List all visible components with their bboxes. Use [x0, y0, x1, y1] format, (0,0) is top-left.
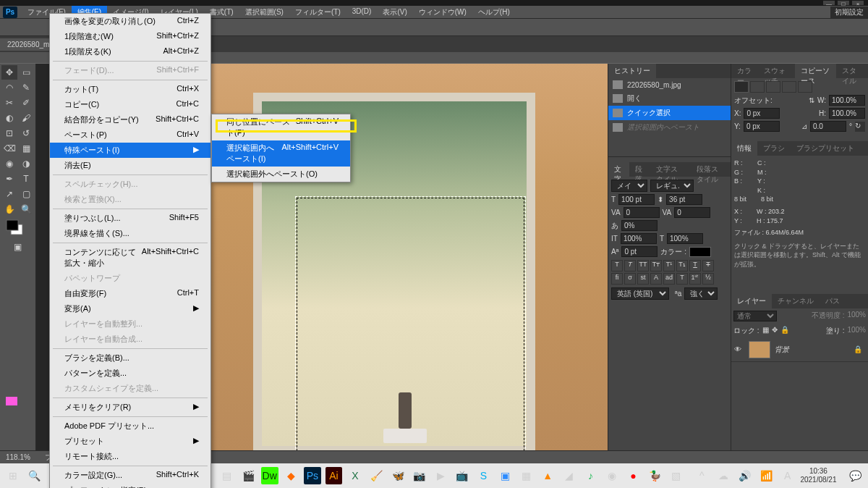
menu-item[interactable]: コンテンツに応じて拡大・縮小Alt+Shift+Ctrl+C — [50, 245, 210, 271]
scale-input[interactable] — [621, 220, 658, 231]
menu-item[interactable]: メモリをクリア(R)▶ — [50, 400, 210, 415]
menu-item[interactable]: リモート接続... — [50, 449, 210, 464]
history-brush-tool[interactable]: ↺ — [18, 126, 34, 140]
dodge-tool[interactable]: ◑ — [18, 156, 34, 171]
language-select[interactable]: 英語 (英国) — [611, 287, 669, 300]
lock-pixels-icon[interactable]: ▦ — [762, 326, 769, 336]
panel-tab[interactable]: 文字 — [608, 162, 629, 177]
panel-tab[interactable]: ブラシプリセット — [791, 141, 860, 156]
subscript-button[interactable]: T₁ — [676, 260, 688, 272]
menu-item[interactable]: ペースト(P)Ctrl+V — [50, 127, 210, 143]
vert-scale-input[interactable] — [621, 233, 657, 244]
t-button[interactable]: T — [676, 273, 688, 285]
healing-tool[interactable]: ◐ — [1, 111, 17, 125]
edit-mode-indicator[interactable] — [6, 397, 17, 405]
music-icon[interactable]: ♪ — [582, 467, 600, 484]
menu-item[interactable]: 消去(E) — [50, 158, 210, 173]
panel-tab[interactable]: レイヤー — [731, 294, 772, 308]
app-icon-5[interactable]: 📷 — [411, 467, 428, 484]
movie-icon[interactable]: 🎬 — [239, 467, 257, 484]
horz-scale-input[interactable] — [667, 233, 703, 244]
menu-item[interactable]: 特殊ペースト(I)▶ — [50, 143, 210, 158]
menu-item[interactable]: ブラシを定義(B)... — [50, 350, 210, 366]
photoshop-taskbar-icon[interactable]: Ps — [304, 467, 321, 484]
menu-8[interactable]: 表示(V) — [377, 6, 412, 19]
app-icon-3[interactable]: ◆ — [283, 467, 300, 484]
quick-select-tool[interactable]: ✎ — [18, 80, 34, 95]
record-icon[interactable]: ● — [625, 467, 642, 484]
butterfly-icon[interactable]: 🦋 — [389, 467, 407, 484]
duck-icon[interactable]: 🦆 — [646, 467, 663, 484]
dreamweaver-icon[interactable]: Dw — [261, 467, 278, 484]
hand-tool[interactable]: ✋ — [1, 202, 17, 216]
clone-source-3[interactable] — [766, 81, 780, 93]
panel-tab[interactable]: ブラシ — [757, 141, 791, 156]
submenu-item[interactable]: 選択範囲内へペースト(I)Alt+Shift+Ctrl+V — [212, 140, 350, 167]
menu-item[interactable]: 1段階進む(W)Shift+Ctrl+Z — [50, 29, 210, 44]
menu-5[interactable]: 選択範囲(S) — [239, 6, 289, 19]
volume-icon[interactable]: 🔊 — [736, 467, 754, 484]
menu-item[interactable]: 塗りつぶし(L)...Shift+F5 — [50, 211, 210, 226]
zoom-tool[interactable]: 🔍 — [18, 202, 34, 216]
font-style-select[interactable]: レギュ... — [650, 180, 694, 192]
font-size-input[interactable] — [618, 194, 655, 205]
quick-mask-toggle[interactable]: ▣ — [1, 240, 34, 254]
antialiasing-select[interactable]: 強く — [684, 287, 718, 300]
va-metric-input[interactable] — [624, 207, 660, 218]
tray-up-icon[interactable]: ^ — [694, 467, 711, 484]
eraser-tool[interactable]: ⌫ — [1, 141, 17, 156]
minimize-button[interactable]: — — [823, 1, 835, 5]
panel-tab[interactable]: チャンネル — [772, 294, 820, 308]
bold-button[interactable]: T — [611, 260, 623, 272]
angle-input[interactable] — [810, 121, 846, 132]
brush-tool[interactable]: 🖌 — [18, 111, 34, 125]
fi-button[interactable]: fi — [611, 273, 623, 285]
menu-item[interactable]: Adobe PDF プリセット... — [50, 418, 210, 434]
gradient-tool[interactable]: ▦ — [18, 141, 34, 156]
layer-row[interactable]: 👁 背景 🔒 — [731, 338, 868, 362]
app-icon-6[interactable]: ▶ — [433, 467, 450, 484]
font-family-select[interactable]: メイリオ — [611, 180, 647, 192]
menu-item[interactable]: カラー設定(G)...Shift+Ctrl+K — [50, 468, 210, 483]
skype-icon[interactable]: S — [475, 467, 493, 484]
clone-source-1[interactable] — [734, 81, 749, 93]
menu-item[interactable]: 自由変形(F)Ctrl+T — [50, 286, 210, 301]
zoom-level[interactable]: 118.1% — [6, 453, 30, 461]
a-button[interactable]: A — [650, 273, 662, 285]
menu-9[interactable]: ウィンドウ(W) — [413, 6, 472, 19]
lock-position-icon[interactable]: ✥ — [772, 326, 778, 336]
reset-icon[interactable]: ↻ — [855, 122, 865, 132]
menu-item[interactable]: 1段階戻る(K)Alt+Ctrl+Z — [50, 44, 210, 59]
history-item[interactable]: 開く — [608, 91, 731, 106]
move-tool[interactable]: ✥ — [1, 65, 17, 80]
app-icon-8[interactable]: ▦ — [518, 467, 535, 484]
underline-button[interactable]: T — [689, 260, 701, 272]
app-icon-7[interactable]: 📺 — [454, 467, 471, 484]
menu-item[interactable]: 境界線を描く(S)... — [50, 226, 210, 241]
ad-button[interactable]: ad — [663, 273, 675, 285]
submenu-item[interactable]: 同じ位置にペースト(P)Shift+Ctrl+V — [212, 114, 350, 140]
offset-y-input[interactable] — [744, 121, 780, 132]
link-icon[interactable]: ⇅ — [809, 96, 814, 104]
smallcaps-button[interactable]: Tᴛ — [650, 260, 662, 272]
va-optical-input[interactable] — [674, 207, 710, 218]
panel-tab[interactable]: 情報 — [731, 141, 757, 156]
app-icon-10[interactable]: ◉ — [603, 467, 621, 484]
menu-7[interactable]: 3D(D) — [346, 6, 378, 19]
zoom-icon[interactable]: ▣ — [496, 467, 514, 484]
eyedropper-tool[interactable]: ✐ — [18, 96, 34, 110]
clone-source-4[interactable] — [782, 81, 796, 93]
menu-item[interactable]: パターンを定義... — [50, 366, 210, 381]
menu-item[interactable]: プロファイルの指定(P)... — [50, 483, 210, 488]
baseline-input[interactable] — [621, 246, 658, 257]
type-tool[interactable]: T — [18, 172, 34, 186]
menu-10[interactable]: ヘルプ(H) — [472, 6, 516, 19]
workspace-selector[interactable]: 初期設定 — [830, 7, 868, 18]
maximize-button[interactable]: □ — [838, 1, 849, 5]
excel-icon[interactable]: X — [346, 467, 364, 484]
panel-tab[interactable]: スウォッチ — [758, 64, 795, 78]
menu-6[interactable]: フィルター(T) — [289, 6, 346, 19]
app-icon-2[interactable]: ▤ — [218, 467, 236, 484]
taskbar-clock[interactable]: 10:36 2021/08/21 — [800, 467, 842, 484]
half-button[interactable]: ½ — [702, 273, 714, 285]
